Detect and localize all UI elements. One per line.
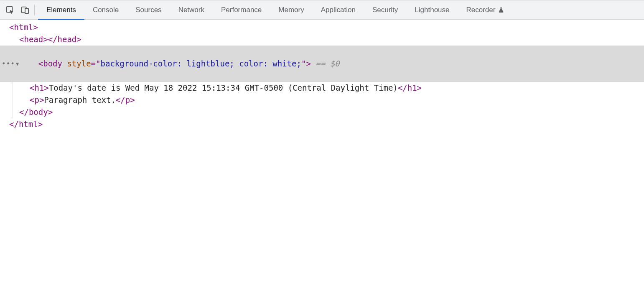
tab-console[interactable]: Console bbox=[84, 0, 127, 20]
expand-caret-icon[interactable]: ▼ bbox=[16, 61, 19, 66]
tab-network[interactable]: Network bbox=[170, 0, 213, 20]
tab-label: Memory bbox=[278, 6, 304, 14]
tab-label: Security bbox=[372, 6, 398, 14]
dom-node-head[interactable]: <head></head> bbox=[0, 33, 644, 46]
tab-lighthouse[interactable]: Lighthouse bbox=[406, 0, 458, 20]
inspect-element-icon[interactable] bbox=[3, 0, 18, 20]
devtools-toolbar: Elements Console Sources Network Perform… bbox=[0, 0, 644, 20]
tab-memory[interactable]: Memory bbox=[270, 0, 312, 20]
dom-node-html-open[interactable]: <html> bbox=[0, 21, 644, 33]
tab-elements[interactable]: Elements bbox=[38, 0, 84, 20]
console-reference-annotation: == $0 bbox=[311, 59, 340, 68]
tab-label: Application bbox=[321, 6, 356, 14]
tab-sources[interactable]: Sources bbox=[127, 0, 170, 20]
dom-node-body-open[interactable]: ••• ▼ <body style="background-color: lig… bbox=[0, 46, 644, 82]
tab-performance[interactable]: Performance bbox=[213, 0, 270, 20]
tab-label: Performance bbox=[221, 6, 262, 14]
tab-label: Console bbox=[93, 6, 119, 14]
tab-recorder[interactable]: Recorder bbox=[458, 0, 513, 20]
elements-dom-tree[interactable]: <html> <head></head> ••• ▼ <body style="… bbox=[0, 20, 644, 130]
device-toggle-icon[interactable] bbox=[18, 0, 33, 20]
tab-label: Recorder bbox=[466, 6, 496, 14]
tab-label: Network bbox=[178, 6, 204, 14]
tab-application[interactable]: Application bbox=[313, 0, 364, 20]
svg-rect-2 bbox=[25, 8, 28, 13]
tab-label: Lighthouse bbox=[415, 6, 449, 14]
tab-label: Elements bbox=[46, 6, 76, 14]
dom-node-h1[interactable]: <h1>Today's date is Wed May 18 2022 15:1… bbox=[0, 82, 644, 94]
toolbar-divider bbox=[34, 5, 35, 15]
tab-security[interactable]: Security bbox=[364, 0, 406, 20]
dom-node-html-close[interactable]: </html> bbox=[0, 118, 644, 130]
devtools-tabs: Elements Console Sources Network Perform… bbox=[38, 0, 513, 20]
ellipsis-icon[interactable]: ••• bbox=[2, 61, 15, 67]
flask-icon bbox=[498, 7, 504, 13]
dom-node-p[interactable]: <p>Paragraph text.</p> bbox=[0, 94, 644, 106]
tab-label: Sources bbox=[135, 6, 161, 14]
selected-row-gutter: ••• ▼ bbox=[0, 46, 19, 82]
dom-node-body-close[interactable]: </body> bbox=[0, 106, 644, 118]
